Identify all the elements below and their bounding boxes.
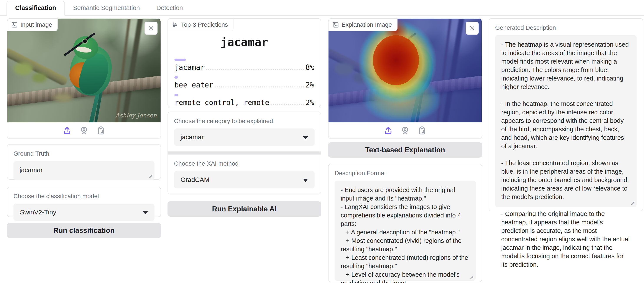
close-icon bbox=[469, 25, 476, 32]
generated-description-value: - The heatmap is a visual representation… bbox=[495, 35, 636, 274]
run-classification-button[interactable]: Run classification bbox=[7, 223, 161, 238]
photo-watermark: Ashley Jensen bbox=[116, 112, 157, 119]
paste-image-icon[interactable] bbox=[96, 126, 106, 135]
prediction-confidence: 2% bbox=[306, 81, 314, 89]
bar-chart-icon bbox=[172, 22, 178, 28]
tab-bar: Classification Semantic Segmentation Det… bbox=[0, 2, 644, 16]
explanation-image[interactable] bbox=[328, 19, 482, 122]
chevron-down-icon bbox=[303, 178, 308, 182]
group-divider bbox=[168, 152, 321, 154]
paste-image-icon[interactable] bbox=[417, 126, 427, 135]
tab-classification[interactable]: Classification bbox=[6, 1, 65, 16]
input-image[interactable]: Ashley Jensen bbox=[8, 19, 160, 122]
xai-method-value: GradCAM bbox=[180, 176, 210, 184]
input-image-toolbar bbox=[8, 122, 160, 138]
top3-predictions-panel: Top-3 Predictions jacamar jacamar8%bee e… bbox=[168, 18, 321, 107]
explanation-image-toolbar bbox=[328, 122, 482, 138]
webcam-icon[interactable] bbox=[79, 126, 89, 135]
xai-method-label: Choose the XAI method bbox=[174, 160, 314, 167]
model-select-panel: Choose the classification model SwinV2-T… bbox=[7, 187, 161, 217]
prediction-confidence: 8% bbox=[306, 63, 314, 72]
prediction-confidence: 2% bbox=[306, 98, 314, 107]
clear-input-image-button[interactable] bbox=[144, 22, 158, 35]
chevron-down-icon bbox=[143, 211, 148, 214]
category-select-dropdown[interactable]: jacamar bbox=[174, 128, 314, 146]
model-select-value: SwinV2-Tiny bbox=[20, 208, 56, 216]
webcam-icon[interactable] bbox=[400, 126, 410, 135]
prediction-list: jacamar8%bee eater2%remote control, remo… bbox=[168, 48, 321, 107]
model-select-label: Choose the classification model bbox=[14, 193, 154, 200]
top3-predictions-label: Top-3 Predictions bbox=[181, 21, 228, 28]
confidence-bar bbox=[174, 76, 178, 78]
top-class-value: jacamar bbox=[168, 36, 321, 48]
resize-handle-icon[interactable] bbox=[468, 274, 474, 279]
tab-semantic-segmentation[interactable]: Semantic Segmentation bbox=[65, 1, 148, 15]
description-format-label: Description Format bbox=[334, 170, 476, 177]
prediction-class-label: remote control, remote bbox=[174, 98, 269, 107]
category-select-label: Choose the category to be explained bbox=[174, 118, 314, 124]
generated-description-label: Generated Description bbox=[495, 24, 636, 31]
prediction-row: bee eater2% bbox=[174, 81, 314, 90]
heatmap-overlay bbox=[328, 19, 482, 122]
prediction-class-label: bee eater bbox=[174, 81, 213, 89]
category-select-panel: Choose the category to be explained jaca… bbox=[168, 112, 321, 152]
generated-description-panel: Generated Description - The heatmap is a… bbox=[489, 18, 643, 212]
top3-predictions-chip: Top-3 Predictions bbox=[168, 19, 234, 31]
explanation-image-panel: Explanation Image bbox=[328, 18, 482, 139]
text-based-explanation-button[interactable]: Text-based Explanation bbox=[328, 142, 482, 158]
explanation-image-label: Explanation Image bbox=[342, 21, 392, 28]
upload-icon[interactable] bbox=[62, 126, 72, 135]
tab-detection[interactable]: Detection bbox=[148, 1, 191, 15]
confidence-bar bbox=[174, 58, 186, 61]
explanation-image-chip: Explanation Image bbox=[328, 19, 398, 31]
dotted-leader bbox=[270, 104, 304, 105]
gradcam-heatmap bbox=[328, 19, 482, 122]
image-icon bbox=[332, 22, 339, 28]
prediction-class-label: jacamar bbox=[174, 63, 204, 72]
dotted-leader bbox=[206, 69, 304, 70]
description-format-value: - End users are provided with the origin… bbox=[334, 180, 476, 283]
ground-truth-panel: Ground Truth jacamar bbox=[7, 144, 161, 180]
xai-method-panel: Choose the XAI method GradCAM bbox=[168, 154, 321, 194]
resize-handle-icon[interactable] bbox=[629, 200, 635, 205]
resize-handle-icon[interactable] bbox=[147, 173, 153, 178]
upload-icon[interactable] bbox=[384, 126, 393, 135]
prediction-row: jacamar8% bbox=[174, 63, 314, 72]
ground-truth-value: jacamar bbox=[20, 166, 148, 174]
xai-method-dropdown[interactable]: GradCAM bbox=[174, 171, 314, 188]
run-explainable-ai-button[interactable]: Run Explainable AI bbox=[168, 202, 321, 216]
category-select-value: jacamar bbox=[180, 134, 204, 141]
chevron-down-icon bbox=[303, 136, 308, 139]
xai-controls-group: Choose the category to be explained jaca… bbox=[168, 112, 321, 194]
jacamar-photo: Ashley Jensen bbox=[8, 19, 160, 122]
close-icon bbox=[148, 25, 154, 32]
description-format-textarea[interactable]: - End users are provided with the origin… bbox=[334, 180, 476, 281]
description-format-panel: Description Format - End users are provi… bbox=[328, 164, 482, 282]
ground-truth-label: Ground Truth bbox=[14, 150, 154, 157]
input-image-chip: Input image bbox=[8, 19, 58, 31]
generated-description-textarea[interactable]: - The heatmap is a visual representation… bbox=[495, 35, 636, 207]
image-icon bbox=[11, 22, 18, 28]
input-image-label: Input image bbox=[20, 21, 52, 28]
confidence-bar bbox=[174, 94, 178, 96]
prediction-row: remote control, remote2% bbox=[174, 98, 314, 107]
ground-truth-input[interactable]: jacamar bbox=[14, 161, 154, 180]
clear-explanation-image-button[interactable] bbox=[466, 22, 479, 35]
dotted-leader bbox=[214, 86, 304, 88]
model-select-dropdown[interactable]: SwinV2-Tiny bbox=[14, 204, 154, 221]
input-image-panel: Input image Ashley Jensen bbox=[7, 18, 161, 139]
